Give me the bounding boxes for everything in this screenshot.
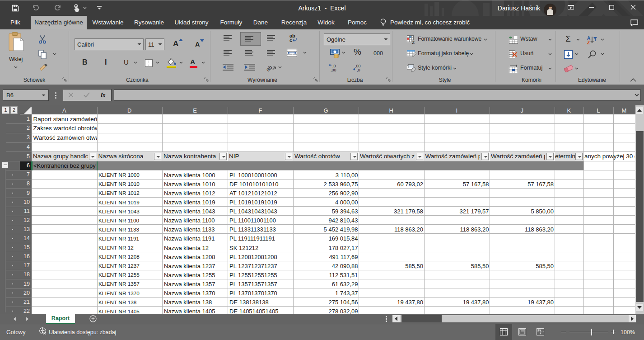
svg-text:,0: ,0 <box>357 68 360 72</box>
svg-text:≠: ≠ <box>412 40 415 45</box>
svg-text:,00: ,00 <box>331 68 336 72</box>
svg-text:Z: Z <box>587 40 590 45</box>
svg-text:c: c <box>289 38 292 42</box>
svg-text:ab: ab <box>266 64 274 72</box>
